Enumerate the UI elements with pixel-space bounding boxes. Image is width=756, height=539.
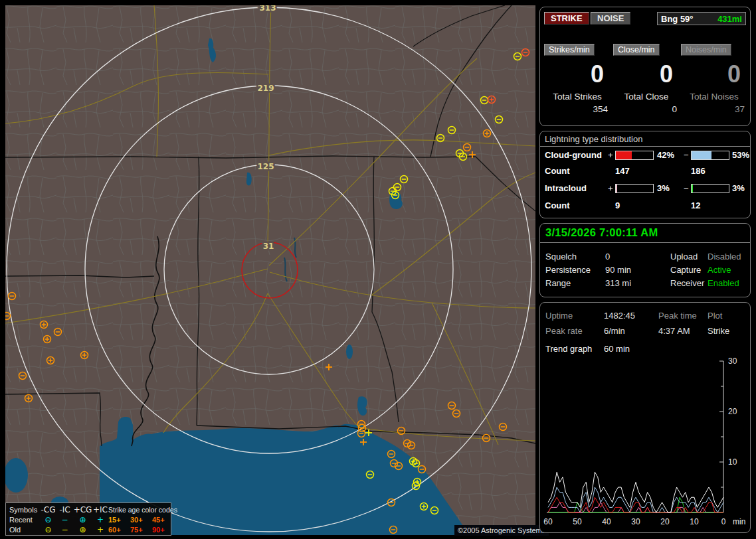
total-close-label: Total Close: [613, 92, 680, 102]
close-rate-value: 0: [613, 61, 680, 88]
noises-counter-column: Noises/min 0 Total Noises 37: [681, 43, 747, 114]
svg-text:20: 20: [660, 517, 670, 526]
bearing-label: Bng 59°: [661, 14, 694, 24]
legend-col-neg-cg: -CG: [40, 506, 56, 514]
trend-graph: 1020306050403020100min: [540, 352, 751, 532]
legend-age-header: Strike age color codes: [108, 506, 174, 514]
age-60: 60+: [108, 526, 130, 534]
ic-minus-sign: −: [684, 183, 689, 193]
legend-recent-label: Recent: [9, 516, 40, 524]
total-noises-value: 37: [681, 104, 747, 114]
close-counter-column: Close/min 0 Total Close 0: [613, 43, 680, 114]
cg-plus-sign: +: [608, 150, 613, 160]
legend-col-neg-ic: -IC: [56, 506, 73, 514]
legend-recent-row: Recent ⊖ − ⊕ + 15+ 30+ 45+: [9, 514, 171, 524]
date-time-display: 3/15/2026 7:00:11 AM: [545, 226, 658, 239]
total-close-value: 0: [613, 104, 680, 114]
counters-panel: STRIKE NOISE Bng 59° 431mi Strikes/min 0…: [539, 7, 751, 126]
upload-status: Disabled: [708, 252, 741, 262]
strikes-per-min-button[interactable]: Strikes/min: [544, 44, 595, 56]
status-panel: 3/15/2026 7:00:11 AM Squelch 0 Upload Di…: [539, 223, 751, 297]
cg-positive-bar: [615, 151, 654, 160]
age-75: 75+: [130, 526, 152, 534]
legend-col-pos-ic: +IC: [92, 506, 108, 514]
svg-text:31: 31: [263, 242, 274, 251]
strike-legend: Symbols -CG -IC +CG +IC Strike age color…: [5, 502, 171, 536]
svg-text:20: 20: [728, 407, 737, 416]
bearing-range-value: 431mi: [717, 14, 742, 24]
old-ic-pos-icon: +: [92, 526, 108, 534]
plot-label: Plot: [708, 311, 722, 321]
range-value: 313 mi: [605, 278, 631, 288]
svg-text:40: 40: [602, 517, 611, 526]
capture-label: Capture: [670, 265, 701, 275]
svg-text:313: 313: [259, 5, 276, 13]
ic-negative-bar: [691, 184, 729, 193]
cg-negative-count: 186: [691, 166, 706, 176]
ic-positive-pct: 3%: [657, 183, 670, 193]
total-strikes-label: Total Strikes: [544, 92, 611, 102]
peak-rate-value: 6/min: [604, 326, 625, 336]
range-label: Range: [545, 278, 571, 288]
noise-mode-button[interactable]: NOISE: [591, 12, 630, 25]
age-90: 90+: [152, 526, 174, 534]
persistence-label: Persistence: [545, 265, 591, 275]
ic-plus-sign: +: [608, 183, 613, 193]
distribution-title: Lightning type distribution: [545, 134, 642, 144]
strike-mode-button[interactable]: STRIKE: [544, 12, 589, 25]
peak-time-value: 4:37 AM: [658, 326, 690, 336]
svg-text:50: 50: [573, 517, 582, 526]
old-ic-neg-icon: −: [56, 526, 73, 534]
persistence-value: 90 min: [605, 265, 631, 275]
noises-per-min-button[interactable]: Noises/min: [681, 44, 731, 56]
intracloud-label: Intracloud: [545, 183, 587, 193]
peak-rate-label: Peak rate: [545, 326, 583, 336]
ic-count-label: Count: [545, 200, 570, 210]
divider: [540, 146, 750, 147]
squelch-label: Squelch: [545, 252, 577, 262]
uptime-value: 1482:45: [604, 311, 635, 321]
svg-text:30: 30: [631, 517, 640, 526]
trend-series-ic: [548, 497, 723, 512]
svg-text:60: 60: [543, 517, 553, 526]
ic-positive-bar: [615, 184, 654, 193]
ic-negative-pct: 3%: [732, 183, 745, 193]
cg-count-label: Count: [545, 166, 570, 176]
close-per-min-button[interactable]: Close/min: [613, 44, 660, 56]
ic-negative-count: 12: [691, 200, 700, 210]
recent-ic-pos-icon: +: [92, 516, 108, 524]
total-noises-label: Total Noises: [681, 92, 747, 102]
age-15: 15+: [108, 516, 130, 524]
old-cg-pos-icon: ⊕: [73, 526, 92, 534]
copyright-text: ©2005 Astrogenic Systems: [454, 525, 549, 536]
receiver-status: Enabled: [708, 278, 739, 288]
upload-label: Upload: [670, 252, 698, 262]
peak-time-label: Peak time: [658, 311, 697, 321]
cg-positive-pct: 42%: [657, 150, 674, 160]
legend-old-row: Old ⊖ − ⊕ + 60+ 75+ 90+: [9, 524, 171, 534]
cg-positive-count: 147: [615, 166, 630, 176]
cloud-ground-label: Cloud-ground: [545, 150, 602, 160]
svg-text:0: 0: [721, 517, 726, 526]
bearing-range-display: Bng 59° 431mi: [657, 12, 746, 25]
cg-minus-sign: −: [684, 150, 689, 160]
noises-rate-value: 0: [681, 61, 747, 88]
map-canvas[interactable]: 31321912531: [5, 5, 535, 535]
ic-positive-count: 9: [615, 200, 620, 210]
cg-negative-bar: [691, 151, 729, 160]
svg-text:min: min: [733, 517, 745, 526]
lightning-map[interactable]: 31321912531 Symbols -CG -IC +CG +IC Stri…: [5, 5, 535, 535]
squelch-value: 0: [605, 252, 610, 262]
strikes-rate-value: 0: [544, 61, 611, 88]
cg-negative-pct: 53%: [732, 150, 749, 160]
trend-series-cg: [548, 497, 723, 512]
svg-text:10: 10: [690, 517, 699, 526]
recent-ic-neg-icon: −: [56, 516, 73, 524]
legend-symbols-header: Symbols: [9, 506, 40, 514]
svg-text:10: 10: [728, 457, 737, 467]
strikes-counter-column: Strikes/min 0 Total Strikes 354: [544, 43, 611, 114]
trend-series-totalstrikes: [548, 472, 723, 512]
legend-col-pos-cg: +CG: [73, 506, 92, 514]
recent-cg-neg-icon: ⊖: [40, 516, 56, 524]
plot-value: Strike: [708, 326, 729, 336]
